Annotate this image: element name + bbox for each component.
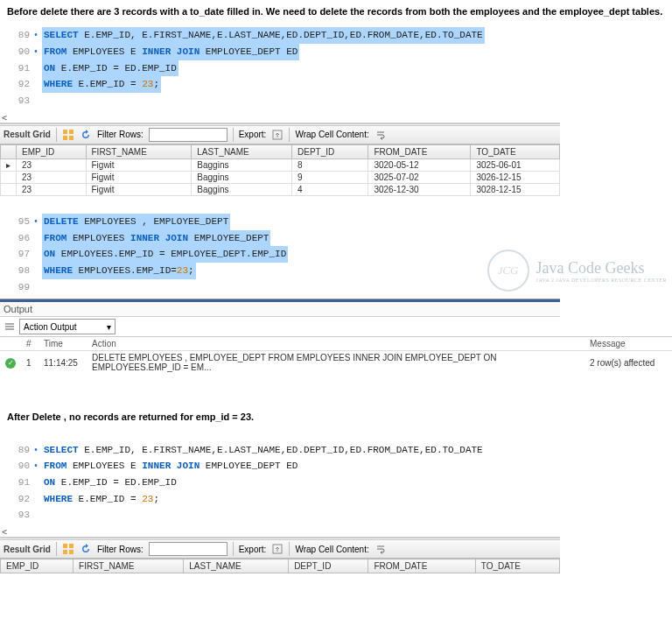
action-output-dropdown[interactable]: Action Output ▾ [19,319,116,334]
code-line[interactable]: 95•DELETE EMPLOYEES , EMPLOYEE_DEPT [10,214,550,230]
code-line[interactable]: 98WHERE EMPLOYEES.EMP_ID=23; [10,263,550,279]
code-line[interactable]: 90•FROM EMPLOYEES E INNER JOIN EMPLOYEE_… [10,44,550,60]
table-row[interactable]: 23FigwitBaggins93025-07-023026-12-15 [1,171,560,183]
code-text[interactable]: FROM EMPLOYEES E INNER JOIN EMPLOYEE_DEP… [42,458,299,475]
column-header[interactable]: LAST_NAME [184,559,289,573]
cell[interactable]: 9 [292,171,368,183]
cell[interactable]: 3025-07-02 [368,171,471,183]
line-number: 91 [10,475,30,491]
cell[interactable]: Baggins [192,183,292,195]
sql-editor-2[interactable]: 95•DELETE EMPLOYEES , EMPLOYEE_DEPT96FRO… [0,210,560,299]
wrap-label-2: Wrap Cell Content: [295,545,368,554]
cell[interactable]: 4 [292,183,368,195]
column-header[interactable]: LAST_NAME [192,144,292,158]
cell[interactable]: 3020-05-12 [368,158,471,171]
code-text[interactable]: FROM EMPLOYEES INNER JOIN EMPLOYEE_DEPT [42,230,270,247]
cell[interactable]: 3026-12-15 [471,171,560,183]
cell[interactable]: Figwit [86,183,192,195]
column-header[interactable]: EMP_ID [1,559,74,573]
output-header: Message [584,337,672,351]
cell[interactable]: 3025-06-01 [471,158,560,171]
code-text[interactable]: WHERE E.EMP_ID = 23; [42,491,161,508]
watermark-subtitle: JAVA 2 JAVA DEVELOPERS RESOURCE CENTER [536,278,667,283]
cell[interactable]: 3028-12-15 [471,183,560,195]
code-line[interactable]: 91ON E.EMP_ID = ED.EMP_ID [10,60,550,77]
code-text[interactable]: SELECT E.EMP_ID, E.FIRST_NAME,E.LAST_NAM… [42,27,485,44]
code-text[interactable]: ON E.EMP_ID = ED.EMP_ID [42,475,178,491]
code-text[interactable]: SELECT E.EMP_ID, E.FIRST_NAME,E.LAST_NAM… [42,442,485,459]
line-number: 92 [10,76,30,93]
breakpoint-dot[interactable]: • [33,45,42,60]
section1-description: Before delete there are 3 records with a… [0,0,672,24]
result-table-2[interactable]: EMP_IDFIRST_NAMELAST_NAMEDEPT_IDFROM_DAT… [0,559,560,573]
output-row[interactable]: ✓ 1 11:14:25 DELETE EMPLOYEES , EMPLOYEE… [0,351,672,375]
column-header[interactable]: DEPT_ID [289,559,368,573]
code-line[interactable]: 92WHERE E.EMP_ID = 23; [10,76,550,93]
result-table-1[interactable]: EMP_IDFIRST_NAMELAST_NAMEDEPT_IDFROM_DAT… [0,144,560,196]
cell[interactable]: 23 [17,171,87,183]
code-text[interactable]: WHERE EMPLOYEES.EMP_ID=23; [42,263,196,279]
wrap-icon[interactable] [374,129,387,141]
code-text[interactable]: ON E.EMP_ID = ED.EMP_ID [42,60,178,77]
refresh-icon[interactable] [80,129,92,141]
column-header[interactable]: DEPT_ID [292,144,368,158]
sql-editor-1[interactable]: 89•SELECT E.EMP_ID, E.FIRST_NAME,E.LAST_… [0,24,560,112]
code-text[interactable]: WHERE E.EMP_ID = 23; [42,76,161,93]
row-selector[interactable] [1,171,17,183]
sql-editor-3[interactable]: 89•SELECT E.EMP_ID, E.FIRST_NAME,E.LAST_… [0,439,560,527]
refresh-icon-2[interactable] [80,543,92,555]
code-line[interactable]: 93 [10,507,550,524]
code-line[interactable]: 96FROM EMPLOYEES INNER JOIN EMPLOYEE_DEP… [10,230,550,247]
cell[interactable]: Baggins [192,171,292,183]
column-header[interactable]: FIRST_NAME [74,559,184,573]
code-line[interactable]: 91ON E.EMP_ID = ED.EMP_ID [10,475,550,491]
code-line[interactable]: 89•SELECT E.EMP_ID, E.FIRST_NAME,E.LAST_… [10,27,550,44]
breakpoint-dot[interactable]: • [33,443,42,458]
line-number: 95 [10,214,30,230]
cell[interactable]: Figwit [86,171,192,183]
cell[interactable]: 23 [17,158,87,171]
code-line[interactable]: 93 [10,93,550,109]
column-header[interactable]: TO_DATE [471,144,560,158]
filter-rows-label: Filter Rows: [97,130,144,139]
cell[interactable]: 8 [292,158,368,171]
result-grid-label-2: Result Grid [4,545,51,554]
svg-rect-9 [69,544,74,548]
code-line[interactable]: 99 [10,279,550,296]
column-header[interactable] [1,144,17,158]
code-line[interactable]: 92WHERE E.EMP_ID = 23; [10,491,550,508]
cell[interactable]: 23 [17,183,87,195]
breakpoint-dot[interactable]: • [33,28,42,43]
scroll-left-indicator-2[interactable]: < [0,527,560,538]
scroll-left-indicator[interactable]: < [0,113,560,123]
export-icon-2[interactable] [271,543,284,555]
output-list-icon[interactable] [4,320,16,333]
code-text[interactable]: DELETE EMPLOYEES , EMPLOYEE_DEPT [42,214,230,230]
filter-rows-input-2[interactable] [149,542,228,556]
row-selector[interactable] [1,183,17,195]
column-header[interactable]: FROM_DATE [368,144,471,158]
table-row[interactable]: 23FigwitBaggins43026-12-303028-12-15 [1,183,560,195]
cell[interactable]: Figwit [86,158,192,171]
column-header[interactable]: TO_DATE [475,559,559,573]
filter-rows-input[interactable] [149,128,228,142]
code-line[interactable]: 90•FROM EMPLOYEES E INNER JOIN EMPLOYEE_… [10,458,550,475]
breakpoint-dot[interactable]: • [33,215,42,229]
column-header[interactable]: FIRST_NAME [86,144,192,158]
row-selector[interactable]: ▸ [1,158,17,171]
grid-view-icon-2[interactable] [62,543,74,555]
column-header[interactable]: EMP_ID [17,144,87,158]
export-icon[interactable] [271,129,284,141]
table-row[interactable]: ▸23FigwitBaggins83020-05-123025-06-01 [1,158,560,171]
column-header[interactable]: FROM_DATE [368,559,475,573]
code-line[interactable]: 89•SELECT E.EMP_ID, E.FIRST_NAME,E.LAST_… [10,442,550,459]
cell[interactable]: 3026-12-30 [368,183,471,195]
cell[interactable]: Baggins [192,158,292,171]
wrap-icon-2[interactable] [374,543,387,555]
code-line[interactable]: 97ON EMPLOYEES.EMP_ID = EMPLOYEE_DEPT.EM… [10,246,550,263]
grid-view-icon[interactable] [62,129,74,141]
code-text[interactable]: ON EMPLOYEES.EMP_ID = EMPLOYEE_DEPT.EMP_… [42,246,288,263]
breakpoint-dot[interactable]: • [33,459,42,474]
svg-rect-10 [63,550,67,554]
code-text[interactable]: FROM EMPLOYEES E INNER JOIN EMPLOYEE_DEP… [42,44,299,60]
